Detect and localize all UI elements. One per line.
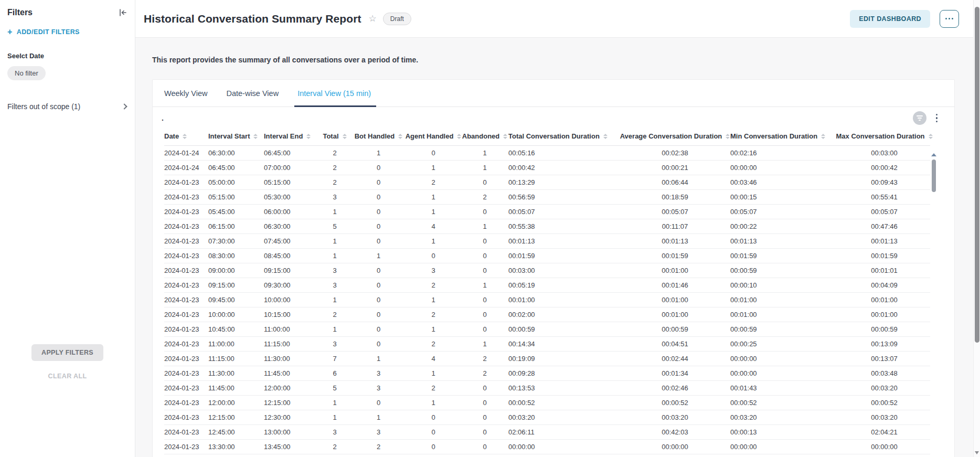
stray-dot-text: . bbox=[162, 114, 164, 122]
table-cell: 5 bbox=[318, 384, 351, 392]
no-filter-chip[interactable]: No filter bbox=[7, 66, 46, 80]
column-header-average-conversation-duration[interactable]: Average Conversation Duration bbox=[620, 129, 730, 145]
table-cell: 08:45:00 bbox=[264, 252, 318, 260]
table-cell: 1 bbox=[406, 237, 461, 245]
table-row: 2024-01-2406:30:0006:45:00210100:05:1600… bbox=[164, 146, 930, 161]
sort-icon bbox=[821, 134, 825, 139]
column-header-max-conversation-duration[interactable]: Max Conversation Duration bbox=[838, 129, 930, 145]
edit-dashboard-button[interactable]: EDIT DASHBOARD bbox=[850, 10, 930, 28]
collapse-sidebar-icon[interactable] bbox=[118, 8, 127, 17]
table-row: 2024-01-2309:15:0009:30:00302100:05:1900… bbox=[164, 278, 930, 293]
table-cell: 05:15:00 bbox=[208, 193, 264, 201]
table-cell: 00:01:13 bbox=[508, 237, 620, 245]
column-header-total-conversation-duration[interactable]: Total Conversation Duration bbox=[508, 129, 620, 145]
table-cell: 1 bbox=[351, 252, 406, 260]
tab-weekly-view[interactable]: Weekly View bbox=[163, 80, 208, 107]
table-cell: 4 bbox=[406, 222, 461, 230]
table-cell: 00:01:59 bbox=[730, 252, 838, 260]
table-cell: 00:00:10 bbox=[730, 281, 838, 289]
sort-icon bbox=[183, 134, 187, 139]
more-options-button[interactable] bbox=[940, 10, 959, 28]
table-cell: 07:45:00 bbox=[264, 237, 318, 245]
table-toolbar: . bbox=[153, 107, 954, 129]
table-row: 2024-01-2406:45:0007:00:00201100:00:4200… bbox=[164, 161, 930, 175]
column-header-label: Average Conversation Duration bbox=[620, 132, 722, 140]
filters-out-of-scope-row[interactable]: Filters out of scope (1) bbox=[7, 102, 127, 111]
table-cell: 00:00:00 bbox=[730, 355, 838, 363]
table-cell: 1 bbox=[406, 208, 461, 216]
table-cell: 0 bbox=[461, 296, 508, 304]
column-header-abandoned[interactable]: Abandoned bbox=[461, 129, 508, 145]
table-cell: 00:00:59 bbox=[730, 325, 838, 333]
clear-all-button[interactable]: CLEAR ALL bbox=[48, 373, 87, 380]
table-cell: 1 bbox=[461, 222, 508, 230]
table-cell: 00:01:00 bbox=[730, 311, 838, 318]
table-cell: 10:45:00 bbox=[208, 325, 264, 333]
table-cell: 00:00:59 bbox=[838, 325, 930, 333]
table-cell: 0 bbox=[461, 384, 508, 392]
table-cell: 3 bbox=[318, 281, 351, 289]
table-cell: 00:01:46 bbox=[620, 281, 730, 289]
table-cell: 00:01:00 bbox=[730, 296, 838, 304]
table-cell: 2 bbox=[406, 340, 461, 348]
table-cell: 00:00:13 bbox=[730, 428, 838, 436]
column-header-label: Interval Start bbox=[208, 132, 250, 140]
table-cell: 0 bbox=[351, 222, 406, 230]
table-cell: 00:05:07 bbox=[620, 208, 730, 216]
table-cell: 00:00:00 bbox=[730, 443, 838, 451]
table-cell: 2 bbox=[406, 384, 461, 392]
column-header-bot-handled[interactable]: Bot Handled bbox=[351, 129, 406, 145]
tab-label: Interval View (15 min) bbox=[297, 89, 371, 98]
table-cell: 2024-01-23 bbox=[164, 355, 208, 363]
table-cell: 1 bbox=[318, 252, 351, 260]
table-kebab-menu-icon[interactable] bbox=[934, 113, 940, 124]
table-cell: 05:15:00 bbox=[264, 178, 318, 186]
table-scrollbar-thumb[interactable] bbox=[932, 160, 936, 192]
table-row: 2024-01-2312:15:0012:30:00110000:03:2000… bbox=[164, 410, 930, 425]
table-cell: 2 bbox=[318, 178, 351, 186]
table-cell: 0 bbox=[351, 340, 406, 348]
table-cell: 1 bbox=[318, 325, 351, 333]
table-cell: 0 bbox=[406, 428, 461, 436]
table-cell: 00:13:53 bbox=[508, 384, 620, 392]
view-tabs: Weekly ViewDate-wise ViewInterval View (… bbox=[153, 80, 954, 107]
table-cell: 00:00:42 bbox=[508, 164, 620, 172]
column-header-interval-end[interactable]: Interval End bbox=[264, 129, 318, 145]
table-cell: 2 bbox=[406, 281, 461, 289]
tab-interval-view-15-min[interactable]: Interval View (15 min) bbox=[296, 80, 372, 107]
tab-date-wise-view[interactable]: Date-wise View bbox=[225, 80, 280, 107]
filters-title: Filters bbox=[7, 8, 33, 17]
scroll-down-arrow-icon[interactable] bbox=[975, 451, 979, 454]
column-header-interval-start[interactable]: Interval Start bbox=[208, 129, 264, 145]
table-cell: 00:01:13 bbox=[730, 237, 838, 245]
table-cell: 0 bbox=[351, 164, 406, 172]
table-cell: 0 bbox=[351, 325, 406, 333]
page-scrollbar-thumb[interactable] bbox=[975, 7, 979, 343]
table-cell: 00:05:19 bbox=[508, 281, 620, 289]
column-header-agent-handled[interactable]: Agent Handled bbox=[406, 129, 461, 145]
column-header-min-conversation-duration[interactable]: Min Conversation Duration bbox=[730, 129, 838, 145]
apply-filters-button[interactable]: APPLY FILTERS bbox=[31, 344, 103, 361]
plus-icon: + bbox=[7, 28, 13, 36]
add-edit-filters-button[interactable]: + ADD/EDIT FILTERS bbox=[7, 28, 127, 36]
scroll-up-arrow-icon[interactable] bbox=[931, 153, 936, 156]
main-area: Historical Conversation Summary Report D… bbox=[135, 0, 980, 457]
table-cell: 2 bbox=[406, 178, 461, 186]
table-cell: 05:30:00 bbox=[264, 193, 318, 201]
favorite-star-icon[interactable] bbox=[369, 13, 377, 24]
table-cell: 2024-01-23 bbox=[164, 340, 208, 348]
table-cell: 12:15:00 bbox=[264, 399, 318, 407]
table-cell: 00:02:38 bbox=[620, 149, 730, 157]
tab-label: Date-wise View bbox=[226, 89, 279, 98]
table-cell: 00:56:59 bbox=[508, 193, 620, 201]
table-cell: 11:30:00 bbox=[208, 369, 264, 377]
column-header-date[interactable]: Date bbox=[164, 129, 208, 145]
table-cell: 1 bbox=[318, 399, 351, 407]
table-cell: 0 bbox=[406, 149, 461, 157]
table-cell: 00:00:00 bbox=[730, 369, 838, 377]
column-header-total[interactable]: Total bbox=[318, 129, 351, 145]
table-filter-icon[interactable] bbox=[913, 111, 926, 125]
table-cell: 2024-01-23 bbox=[164, 296, 208, 304]
filter-group-label: Seelct Date bbox=[7, 52, 127, 60]
table-cell: 0 bbox=[406, 443, 461, 451]
